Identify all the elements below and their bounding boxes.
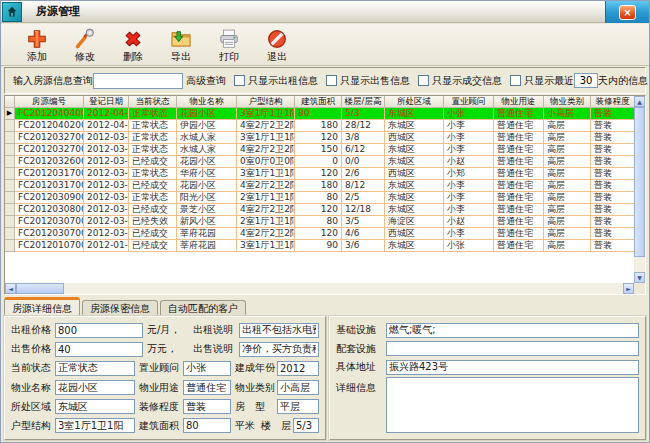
table-cell: 3/8 [342, 132, 385, 144]
checkbox-rent-only[interactable]: ✓ 只显示出租信息 [234, 74, 318, 88]
estate-field[interactable] [55, 380, 135, 395]
table-cell: 已经成交 [129, 228, 177, 240]
supporting-field[interactable] [386, 341, 639, 356]
delete-button[interactable]: 删除 [109, 25, 157, 65]
table-cell: 3室1厅1卫1阳 [237, 168, 295, 180]
tab-property-confidential[interactable]: 房源保密信息 [82, 300, 158, 316]
close-button[interactable]: × [619, 5, 636, 20]
rent-desc-field[interactable] [239, 323, 319, 338]
table-cell: FC201203270001 [15, 144, 84, 156]
district-field[interactable] [55, 399, 135, 414]
area-label: 建筑面积 [139, 419, 183, 433]
table-row[interactable]: FC2012032700022012-03-27正常状态水城人家3室1厅1卫1阳… [5, 132, 634, 144]
horizontal-scroll-thumb[interactable] [16, 283, 64, 294]
table-row[interactable]: FC2012010700012012-01-07已经成交莘府花园3室1厅1卫1阳… [5, 240, 634, 252]
add-button[interactable]: 添加 [13, 25, 61, 65]
vertical-scroll-thumb[interactable] [634, 107, 645, 257]
table-cell: 120 [295, 132, 342, 144]
exit-button[interactable]: 退出 [253, 25, 301, 65]
row-selector [5, 180, 15, 192]
table-row[interactable]: FC2012030700022012-03-07已经成交莘府花园4室2厅2卫2阳… [5, 228, 634, 240]
floor-field[interactable] [293, 418, 319, 433]
column-header-3[interactable]: 物业名称 [177, 96, 237, 108]
table-row[interactable]: FC2012040200012012-04-02正常状态伊园小区4室2厅2卫2阳… [5, 120, 634, 132]
horizontal-scrollbar[interactable]: ◄ ► [5, 283, 634, 294]
category-field[interactable] [277, 380, 319, 395]
column-header-4[interactable]: 户型结构 [237, 96, 295, 108]
search-input[interactable] [93, 73, 183, 89]
layout-label: 户型结构 [11, 419, 55, 433]
sale-price-field[interactable] [55, 342, 143, 357]
column-header-5[interactable]: 建筑面积 [295, 96, 342, 108]
print-button[interactable]: 打印 [205, 25, 253, 65]
facilities-field[interactable] [386, 323, 639, 338]
table-row[interactable]: FC2012032600012012-03-26已经成交花园小区0室0厅0卫0阳… [5, 156, 634, 168]
scroll-right-icon[interactable]: ► [623, 283, 634, 294]
table-row[interactable]: ▶FC2012040400012012-04-04正常状态花园小区3室1厅1卫1… [5, 108, 634, 120]
house-type-field[interactable] [277, 399, 319, 414]
table-cell: 小李 [444, 132, 494, 144]
column-header-2[interactable]: 当前状态 [129, 96, 177, 108]
agent-field[interactable] [183, 361, 231, 376]
details-field[interactable] [386, 377, 639, 433]
table-header-row: 房源编号登记日期当前状态物业名称户型结构建筑面积楼层/层高所处区域置业顾问物业用… [5, 96, 634, 108]
table-cell: 东城区 [385, 144, 444, 156]
row-selector [5, 192, 15, 204]
table-cell: 小李 [444, 228, 494, 240]
status-field[interactable] [55, 361, 135, 376]
property-management-window: 房源管理 × 添加 修改 删除 导出 打印 退出 [0, 0, 650, 443]
table-row[interactable]: FC2012031700012012-03-17已经成交花园小区4室2厅2卫2阳… [5, 180, 634, 192]
column-header-8[interactable]: 置业顾问 [444, 96, 494, 108]
table-cell: 已经成交 [129, 204, 177, 216]
column-header-10[interactable]: 物业类别 [544, 96, 591, 108]
column-header-6[interactable]: 楼层/层高 [342, 96, 385, 108]
table-row[interactable]: FC2012030800012012-03-08已经成交景芝小区4室2厅2卫2阳… [5, 204, 634, 216]
table-cell: 2/6 [342, 168, 385, 180]
row-selector [5, 216, 15, 228]
recent-days-input[interactable] [574, 73, 598, 88]
table-cell: 2012-03-26 [84, 156, 129, 168]
sale-price-label: 出售价格 [11, 342, 55, 356]
tab-matched-clients[interactable]: 自动匹配的客户 [160, 300, 246, 316]
table-cell: 4室2厅2卫2阳 [237, 144, 295, 156]
year-field[interactable] [277, 361, 319, 376]
column-header-9[interactable]: 物业用途 [494, 96, 544, 108]
table-row[interactable]: FC2012031700022012-03-17正常状态华府小区3室1厅1卫1阳… [5, 168, 634, 180]
scroll-up-icon[interactable]: ▲ [634, 96, 645, 107]
rent-price-field[interactable] [55, 323, 143, 338]
usage-field[interactable] [183, 380, 231, 395]
sale-desc-field[interactable] [239, 342, 319, 357]
column-header-1[interactable]: 登记日期 [84, 96, 129, 108]
area-field[interactable] [183, 418, 231, 433]
table-row[interactable]: FC2012030700032012-03-07已经失效新风小区2室1厅1卫1阳… [5, 216, 634, 228]
layout-field[interactable] [55, 418, 135, 433]
decoration-field[interactable] [183, 399, 231, 414]
table-cell: 小李 [444, 204, 494, 216]
export-button[interactable]: 导出 [157, 25, 205, 65]
table-row[interactable]: FC2012032700012012-03-27正常状态水城人家4室2厅2卫2阳… [5, 144, 634, 156]
checkbox-recent-days[interactable]: ✓ 只显示最近 [510, 74, 574, 88]
advanced-search-label[interactable]: 高级查询 [186, 74, 226, 88]
table-cell: 2012-01-07 [84, 240, 129, 252]
checkbox-sale-only[interactable]: ✓ 只显示出售信息 [326, 74, 410, 88]
table-cell: 6/12 [342, 144, 385, 156]
column-header-11[interactable]: 装修程度 [591, 96, 634, 108]
district-label: 所处区域 [11, 400, 55, 414]
house-type-label: 房 型 [235, 400, 277, 414]
scroll-left-icon[interactable]: ◄ [5, 283, 16, 294]
table-cell: 正常状态 [129, 132, 177, 144]
tab-property-details[interactable]: 房源详细信息 [4, 297, 80, 316]
table-cell: 2012-03-27 [84, 132, 129, 144]
table-row[interactable]: FC2012030900012012-03-09正常状态阳光小区2室1厅1卫1阳… [5, 192, 634, 204]
table-cell: 普通住宅 [494, 156, 544, 168]
checkbox-icon: ✓ [510, 75, 521, 86]
floor-label: 楼 层 [261, 419, 293, 433]
column-header-7[interactable]: 所处区域 [385, 96, 444, 108]
edit-button[interactable]: 修改 [61, 25, 109, 65]
column-header-0[interactable]: 房源编号 [15, 96, 84, 108]
vertical-scrollbar[interactable]: ▲ ▼ [634, 96, 645, 283]
table-cell: 西城区 [385, 168, 444, 180]
address-field[interactable] [386, 360, 639, 375]
scroll-down-icon[interactable]: ▼ [634, 272, 645, 283]
checkbox-deal-only[interactable]: ✓ 只显示成交信息 [418, 74, 502, 88]
